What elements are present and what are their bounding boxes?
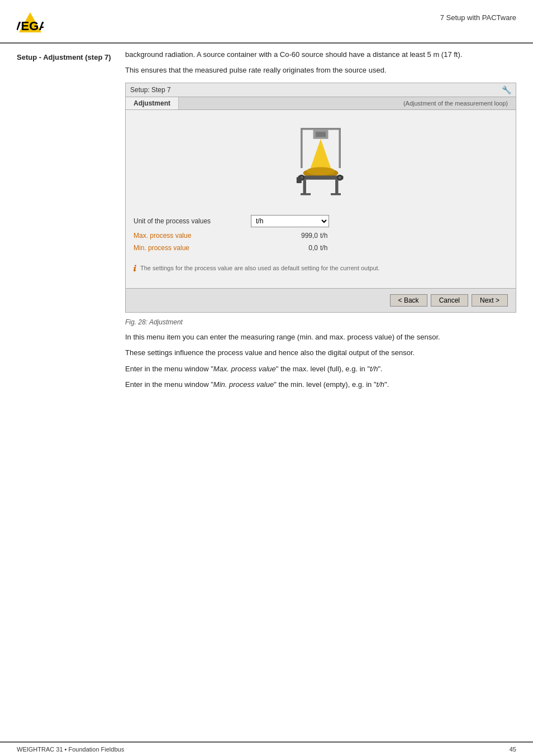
svg-marker-7 (310, 139, 332, 171)
svg-point-9 (307, 167, 335, 175)
svg-rect-18 (331, 193, 341, 195)
intro-paragraph-1: background radiation. A source container… (125, 49, 516, 60)
max-input-container: 999,0 t/h (251, 232, 327, 240)
unit-select[interactable]: t/h (251, 215, 329, 227)
intro-text: background radiation. A source container… (125, 49, 516, 76)
max-field-label: Max. process value (134, 232, 245, 240)
min-value: 0,0 (251, 244, 318, 252)
min-input-container: 0,0 t/h (251, 244, 327, 252)
next-button[interactable]: Next > (472, 294, 508, 307)
sensor-illustration (126, 110, 516, 210)
back-button[interactable]: < Back (390, 294, 427, 307)
svg-rect-15 (303, 180, 306, 195)
unit-field-row: Unit of the process values t/h (134, 215, 508, 227)
info-text: The settings for the process value are a… (140, 264, 380, 272)
svg-rect-2 (301, 128, 303, 168)
dialog-tabs: Adjustment (Adjustment of the measuremen… (126, 97, 516, 110)
spacer (126, 277, 516, 288)
page-header: VEGA 7 Setup with PACTware (0, 0, 533, 44)
dialog-title: Setup: Step 7 (130, 86, 171, 94)
chapter-title: 7 Setup with PACTware (440, 13, 516, 22)
min-field-label: Min. process value (134, 244, 245, 252)
body-paragraph-2: These settings influence the process val… (125, 347, 516, 358)
svg-rect-3 (339, 128, 341, 168)
tab-subtitle: (Adjustment of the measurement loop) (396, 98, 516, 109)
cancel-button[interactable]: Cancel (431, 294, 468, 307)
svg-text:VEGA: VEGA (17, 19, 44, 33)
svg-rect-4 (301, 128, 341, 130)
main-content: Setup - Adjustment (step 7) background r… (0, 49, 533, 395)
min-field-row: Min. process value 0,0 t/h (134, 244, 508, 252)
left-sidebar: Setup - Adjustment (step 7) (17, 49, 112, 395)
footer-product: WEIGHTRAC 31 • Foundation Fieldbus (17, 746, 124, 753)
unit-input-container: t/h (251, 215, 329, 227)
svg-point-14 (339, 176, 341, 179)
svg-rect-17 (301, 193, 311, 195)
section-label: Setup - Adjustment (step 7) (17, 52, 112, 63)
unit-field-label: Unit of the process values (134, 217, 245, 225)
dialog-fields: Unit of the process values t/h Max. proc… (126, 210, 516, 261)
footer-page: 45 (510, 746, 516, 753)
svg-rect-6 (316, 132, 326, 137)
body-paragraph-4: Enter in the menu window "Min. process v… (125, 379, 516, 390)
intro-paragraph-2: This ensures that the measured pulse rat… (125, 65, 516, 76)
vega-triangle-icon: VEGA (17, 10, 44, 37)
dialog-titlebar: Setup: Step 7 🔧 (126, 83, 516, 97)
max-field-row: Max. process value 999,0 t/h (134, 232, 508, 240)
dialog-buttons: < Back Cancel Next > (126, 288, 516, 312)
page-footer: WEIGHTRAC 31 • Foundation Fieldbus 45 (0, 741, 533, 756)
sensor-svg (270, 121, 371, 205)
fig-caption: Fig. 28: Adjustment (125, 318, 516, 326)
body-paragraph-3: Enter in the menu window "Max. process v… (125, 363, 516, 375)
wrench-icon: 🔧 (502, 85, 511, 94)
svg-rect-19 (297, 177, 302, 183)
dialog-box: Setup: Step 7 🔧 Adjustment (Adjustment o… (125, 83, 516, 313)
info-icon: 𝒊 (134, 264, 136, 274)
min-unit: t/h (320, 244, 327, 252)
adjustment-tab[interactable]: Adjustment (126, 97, 179, 109)
info-note: 𝒊 The settings for the process value are… (126, 261, 516, 277)
body-paragraph-1: In this menu item you can enter the meas… (125, 332, 516, 343)
max-value: 999,0 (251, 232, 318, 240)
svg-rect-16 (335, 180, 338, 195)
vega-logo: VEGA (17, 10, 46, 37)
max-unit: t/h (320, 232, 327, 240)
svg-rect-10 (298, 176, 344, 180)
right-content: background radiation. A source container… (125, 49, 516, 395)
